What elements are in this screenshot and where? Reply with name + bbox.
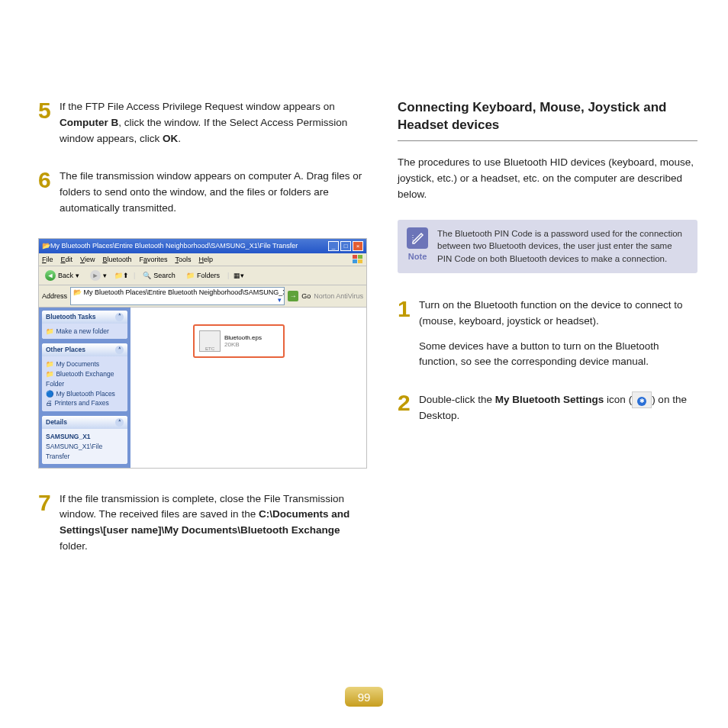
file-pane[interactable]: ETC Bluetooth.eps 20KB [130, 308, 366, 468]
text: Turn on the Bluetooth function on the de… [419, 298, 697, 330]
up-button[interactable]: 📁⬆ [114, 272, 129, 279]
svg-rect-3 [358, 259, 362, 263]
file-item[interactable]: ETC Bluetooth.eps 20KB [199, 330, 262, 352]
panel-details: Details˄ SAMSUNG_X1 SAMSUNG_X1\File Tran… [42, 416, 127, 464]
right-column: Connecting Keyboard, Mouse, Joystick and… [398, 99, 697, 576]
note-label: Note [407, 252, 428, 261]
text: folder. [60, 540, 88, 552]
titlebar[interactable]: 📂 My Bluetooth Places\Entire Bluetooth N… [39, 239, 366, 253]
details-line: SAMSUNG_X1\File Transfer [46, 442, 124, 462]
xp-explorer-window: 📂 My Bluetooth Places\Entire Bluetooth N… [38, 238, 367, 469]
chevron-icon[interactable]: ˄ [115, 346, 124, 354]
step-7: 7 If the file transmission is complete, … [38, 491, 367, 556]
file-icon: ETC [199, 330, 221, 352]
menu-tools[interactable]: Tools [175, 256, 191, 263]
panel-item[interactable]: 📁 Make a new folder [46, 327, 124, 337]
panel-header[interactable]: Other Places˄ [42, 343, 127, 356]
panel-item[interactable]: 🖨 Printers and Faxes [46, 398, 124, 408]
panel-item[interactable]: 📁 Bluetooth Exchange Folder [46, 369, 124, 389]
address-label: Address [42, 292, 67, 300]
titlebar-icon: 📂 [42, 242, 50, 250]
step-number: 2 [398, 391, 419, 424]
file-size: 20KB [224, 341, 262, 348]
panel-item[interactable]: 📁 My Documents [46, 359, 124, 369]
text: Some devices have a button to turn on th… [419, 339, 697, 371]
address-input[interactable]: 📂 My Bluetooth Places\Entire Bluetooth N… [70, 287, 285, 305]
menu-bluetooth[interactable]: Bluetooth [102, 256, 131, 263]
toolbar: ◄Back ▾ ►▾ 📁⬆ | 🔍Search 📁Folders | ▦▾ [39, 266, 366, 285]
folders-button[interactable]: 📁Folders [183, 270, 223, 281]
details-line: SAMSUNG_X1 [46, 432, 124, 442]
views-button[interactable]: ▦▾ [234, 272, 244, 279]
svg-rect-1 [358, 255, 362, 259]
step-text: Double-click the My Bluetooth Settings i… [419, 391, 697, 424]
step-text: If the file transmission is complete, cl… [60, 491, 367, 556]
text: icon ( [604, 394, 632, 405]
go-button[interactable]: → [288, 291, 298, 301]
titlebar-text: My Bluetooth Places\Entire Bluetooth Nei… [50, 242, 328, 250]
step-number: 1 [398, 298, 419, 371]
step-number: 5 [38, 99, 60, 147]
chevron-icon[interactable]: ˄ [115, 313, 124, 321]
step-5: 5 If the FTP File Access Privilege Reque… [38, 99, 367, 147]
step-number: 6 [38, 169, 60, 217]
side-panel: Bluetooth Tasks˄ 📁 Make a new folder Oth… [39, 308, 130, 468]
menu-help[interactable]: Help [199, 256, 214, 263]
panel-bluetooth-tasks: Bluetooth Tasks˄ 📁 Make a new folder [42, 311, 127, 340]
step-6: 6 The file transmission window appears o… [38, 169, 367, 217]
bold-text: OK [163, 133, 178, 144]
back-button[interactable]: ◄Back ▾ [42, 269, 82, 282]
norton-label: Norton AntiVirus [314, 292, 363, 300]
text: . [178, 133, 181, 144]
menubar: FFileile Edit View Bluetooth Favorites T… [39, 254, 216, 265]
search-button[interactable]: 🔍Search [140, 270, 179, 281]
minimize-button[interactable]: _ [328, 241, 339, 251]
bluetooth-settings-icon: ✱ [632, 391, 652, 408]
file-name: Bluetooth.eps [224, 334, 262, 341]
panel-header[interactable]: Bluetooth Tasks˄ [42, 311, 127, 324]
text: Double-click the [419, 394, 495, 405]
step-text: Turn on the Bluetooth function on the de… [419, 298, 697, 371]
section-heading: Connecting Keyboard, Mouse, Joystick and… [398, 99, 697, 141]
panel-other-places: Other Places˄ 📁 My Documents 📁 Bluetooth… [42, 343, 127, 411]
go-label: Go [301, 292, 311, 300]
step-text: The file transmission window appears on … [60, 169, 367, 217]
note-box: Note The Bluetooth PIN Code is a passwor… [398, 220, 697, 273]
close-button[interactable]: × [353, 241, 363, 251]
panel-header[interactable]: Details˄ [42, 416, 127, 429]
intro-text: The procedures to use Bluetooth HID devi… [398, 155, 697, 203]
note-text: The Bluetooth PIN Code is a password use… [437, 227, 688, 266]
menu-edit[interactable]: Edit [61, 256, 73, 263]
step-number: 7 [38, 491, 60, 556]
step-text: If the FTP File Access Privilege Request… [60, 99, 367, 147]
text: If the FTP File Access Privilege Request… [60, 101, 335, 112]
svg-rect-0 [353, 255, 357, 259]
maximize-button[interactable]: □ [340, 241, 351, 251]
bold-text: Computer B [60, 117, 118, 128]
panel-item[interactable]: 🔵 My Bluetooth Places [46, 389, 124, 399]
svg-rect-2 [353, 259, 357, 263]
step-1: 1 Turn on the Bluetooth function on the … [398, 298, 697, 371]
bold-text: My Bluetooth Settings [495, 394, 604, 405]
menu-view[interactable]: View [80, 256, 95, 263]
menu-favorites[interactable]: Favorites [139, 256, 167, 263]
step-2: 2 Double-click the My Bluetooth Settings… [398, 391, 697, 424]
windows-logo-icon [350, 253, 366, 266]
note-icon [407, 227, 428, 249]
chevron-icon[interactable]: ˄ [115, 418, 124, 427]
left-column: 5 If the FTP File Access Privilege Reque… [38, 99, 367, 576]
menu-file[interactable]: FFileile [42, 256, 53, 263]
address-bar: Address 📂 My Bluetooth Places\Entire Blu… [39, 285, 366, 308]
page-number: 99 [345, 687, 383, 707]
forward-button[interactable]: ►▾ [87, 269, 110, 282]
